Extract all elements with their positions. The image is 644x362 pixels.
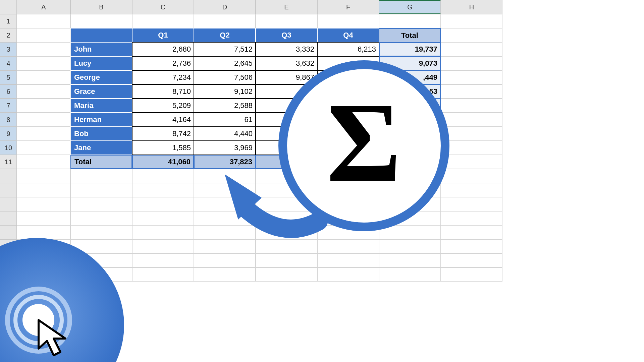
cell-B2[interactable]	[70, 28, 132, 42]
row-header-9[interactable]: 9	[0, 127, 17, 141]
cell-D4[interactable]: 2,645	[194, 56, 256, 70]
cell-C2[interactable]: Q1	[132, 28, 194, 42]
row-header-3[interactable]: 3	[0, 42, 17, 56]
cell-D2[interactable]: Q2	[194, 28, 256, 42]
cell-B1[interactable]	[70, 14, 132, 28]
row-header-14[interactable]	[0, 197, 17, 211]
cell-H6[interactable]	[441, 84, 502, 99]
cell-C10[interactable]: 1,585	[132, 141, 194, 155]
cell-H8[interactable]	[441, 113, 502, 127]
cell-D10[interactable]: 3,969	[194, 141, 256, 155]
cell-C1[interactable]	[132, 14, 194, 28]
col-header-D[interactable]: D	[194, 0, 256, 14]
row-header-4[interactable]: 4	[0, 56, 17, 70]
cell-H10[interactable]	[441, 141, 502, 155]
cell-A9[interactable]	[17, 127, 70, 141]
cell-A8[interactable]	[17, 113, 70, 127]
cell-A5[interactable]	[17, 70, 70, 84]
col-header-B[interactable]: B	[70, 0, 132, 14]
cell-B11[interactable]: Total	[70, 155, 132, 169]
row-header-2[interactable]: 2	[0, 28, 17, 42]
cell-H3[interactable]	[441, 42, 502, 56]
cell-H2[interactable]	[441, 28, 502, 42]
cell-D8[interactable]: 61	[194, 113, 256, 127]
cell-A4[interactable]	[17, 56, 70, 70]
cell-F1[interactable]	[317, 14, 379, 28]
cell-E1[interactable]	[256, 14, 317, 28]
row-header-7[interactable]: 7	[0, 99, 17, 113]
cell-H9[interactable]	[441, 127, 502, 141]
cell-A7[interactable]	[17, 99, 70, 113]
cell-A3[interactable]	[17, 42, 70, 56]
select-all-corner[interactable]	[0, 0, 17, 14]
cell-B9[interactable]: Bob	[70, 127, 132, 141]
col-header-C[interactable]: C	[132, 0, 194, 14]
cell-A12[interactable]	[17, 169, 70, 183]
cell-H5[interactable]	[441, 70, 502, 84]
cell-A10[interactable]	[17, 141, 70, 155]
cell-C5[interactable]: 7,234	[132, 70, 194, 84]
cell-E3[interactable]: 3,332	[256, 42, 317, 56]
cell-D7[interactable]: 2,588	[194, 99, 256, 113]
sigma-glyph: Σ	[327, 85, 401, 199]
row-header-11[interactable]: 11	[0, 155, 17, 169]
cell-A1[interactable]	[17, 14, 70, 28]
cell-A2[interactable]	[17, 28, 70, 42]
row-header-12[interactable]	[0, 169, 17, 183]
cell-D9[interactable]: 4,440	[194, 127, 256, 141]
col-header-E[interactable]: E	[256, 0, 317, 14]
cell-D5[interactable]: 7,506	[194, 70, 256, 84]
cell-F2[interactable]: Q4	[317, 28, 379, 42]
svg-marker-1	[39, 320, 65, 355]
cell-H1[interactable]	[441, 14, 502, 28]
cell-D6[interactable]: 9,102	[194, 84, 256, 99]
cell-C9[interactable]: 8,742	[132, 127, 194, 141]
cell-B5[interactable]: George	[70, 70, 132, 84]
cell-B7[interactable]: Maria	[70, 99, 132, 113]
cursor-icon	[35, 317, 72, 360]
cell-G1[interactable]	[379, 14, 441, 28]
row-header-8[interactable]: 8	[0, 113, 17, 127]
cell-C8[interactable]: 4,164	[132, 113, 194, 127]
row-header-1[interactable]: 1	[0, 14, 17, 28]
col-header-F[interactable]: F	[317, 0, 379, 14]
cell-A6[interactable]	[17, 84, 70, 99]
cell-H11[interactable]	[441, 155, 502, 169]
cell-G2[interactable]: Total	[379, 28, 441, 42]
cell-B10[interactable]: Jane	[70, 141, 132, 155]
row-header-6[interactable]: 6	[0, 84, 17, 99]
autosum-sigma-icon: Σ	[278, 60, 449, 231]
cell-C11[interactable]: 41,060	[132, 155, 194, 169]
cell-C3[interactable]: 2,680	[132, 42, 194, 56]
cell-H4[interactable]	[441, 56, 502, 70]
cell-E4[interactable]: 3,632	[256, 56, 317, 70]
row-header-16[interactable]	[0, 225, 17, 239]
row-header-15[interactable]	[0, 211, 17, 225]
cell-D3[interactable]: 7,512	[194, 42, 256, 56]
cell-C4[interactable]: 2,736	[132, 56, 194, 70]
cell-B3[interactable]: John	[70, 42, 132, 56]
cell-G3[interactable]: 19,737	[379, 42, 441, 56]
col-header-H[interactable]: H	[441, 0, 502, 14]
row-header-10[interactable]: 10	[0, 141, 17, 155]
cell-C6[interactable]: 8,710	[132, 84, 194, 99]
col-header-A[interactable]: A	[17, 0, 70, 14]
cell-C7[interactable]: 5,209	[132, 99, 194, 113]
row-header-5[interactable]: 5	[0, 70, 17, 84]
cell-H7[interactable]	[441, 99, 502, 113]
cell-B6[interactable]: Grace	[70, 84, 132, 99]
col-header-G[interactable]: G	[379, 0, 441, 14]
cell-E2[interactable]: Q3	[256, 28, 317, 42]
cell-D1[interactable]	[194, 14, 256, 28]
cell-A11[interactable]	[17, 155, 70, 169]
row-header-13[interactable]	[0, 183, 17, 197]
cell-B4[interactable]: Lucy	[70, 56, 132, 70]
cell-B8[interactable]: Herman	[70, 113, 132, 127]
cell-F3[interactable]: 6,213	[317, 42, 379, 56]
